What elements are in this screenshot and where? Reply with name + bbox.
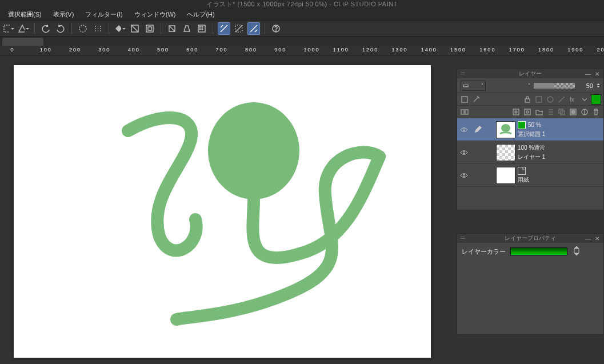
- dashed-circle-tool[interactable]: [77, 22, 89, 35]
- draft-icon[interactable]: [557, 94, 567, 105]
- snap-ruler-button[interactable]: [218, 22, 230, 35]
- palette-icon[interactable]: [459, 94, 470, 105]
- shape-select-tool[interactable]: [17, 22, 30, 35]
- layer-list: 50 %選択範囲 1100 %通常レイヤー 1用紙: [457, 118, 603, 187]
- svg-point-32: [463, 174, 465, 177]
- undo-button[interactable]: [39, 22, 52, 35]
- layer-row[interactable]: 用紙: [457, 164, 603, 187]
- separator: [34, 23, 35, 34]
- tone-tool[interactable]: [195, 22, 208, 35]
- help-button[interactable]: [270, 22, 282, 35]
- svg-point-7: [199, 26, 201, 27]
- ruler-label: 700: [216, 47, 228, 53]
- lock-alpha-icon[interactable]: [534, 94, 544, 105]
- svg-rect-20: [465, 110, 468, 114]
- ruler-label: 1600: [479, 47, 495, 53]
- right-dock: レイヤー — ✕ ▭˅ ˅ 50: [457, 56, 604, 364]
- fx-icon[interactable]: fx: [568, 94, 578, 105]
- ruler-label: 1800: [538, 47, 554, 53]
- chevron-down-icon[interactable]: [579, 94, 590, 105]
- document-tab[interactable]: [2, 38, 43, 46]
- opacity-slider[interactable]: [534, 83, 575, 89]
- transform-tool[interactable]: [166, 22, 178, 35]
- layer-row[interactable]: 100 %通常レイヤー 1: [457, 141, 603, 164]
- layer-opacity-label: 100 %通常: [518, 144, 545, 152]
- layer-opacity-label: 50 %: [528, 122, 541, 128]
- tool-bar: [0, 21, 604, 37]
- opacity-value[interactable]: 50: [578, 82, 593, 89]
- menu-select[interactable]: 選択範囲(S): [2, 9, 47, 20]
- layer-color-swatch[interactable]: [591, 94, 601, 105]
- ref-icon[interactable]: [545, 94, 555, 105]
- layer-color-row: レイヤーカラー: [457, 243, 603, 260]
- show-panels-icon[interactable]: [459, 107, 470, 117]
- menu-view[interactable]: 表示(V): [47, 9, 80, 20]
- canvas[interactable]: [14, 65, 431, 358]
- svg-rect-15: [525, 99, 530, 102]
- chevron-down-icon[interactable]: ˅: [528, 83, 530, 88]
- ruler-label: 100: [40, 47, 52, 53]
- paper-icon: [518, 167, 526, 175]
- layer-meta: 100 %通常レイヤー 1: [518, 144, 545, 161]
- layers-panel: レイヤー — ✕ ▭˅ ˅ 50: [457, 69, 604, 210]
- svg-rect-14: [462, 97, 467, 102]
- layer-thumbnail[interactable]: [496, 167, 515, 184]
- visibility-icon[interactable]: [457, 126, 471, 134]
- bucket-tool[interactable]: [114, 22, 126, 35]
- combine-layer-icon[interactable]: [557, 107, 567, 117]
- grip-icon: [461, 72, 465, 75]
- blend-mode-select[interactable]: ▭˅: [461, 81, 486, 91]
- horizontal-ruler: 0100200300400500600700800900100011001200…: [0, 46, 604, 56]
- perspective-tool[interactable]: [181, 22, 193, 35]
- layer-property-title[interactable]: レイヤープロパティ — ✕: [457, 234, 603, 243]
- delete-layer-icon[interactable]: [591, 107, 601, 117]
- new-vector-layer-icon[interactable]: [522, 107, 533, 117]
- separator: [265, 23, 265, 34]
- gradient-tool[interactable]: [129, 22, 141, 35]
- close-icon[interactable]: ✕: [593, 70, 601, 78]
- grip-icon[interactable]: [91, 22, 104, 35]
- visibility-icon[interactable]: [457, 171, 471, 179]
- merge-layer-icon[interactable]: [545, 107, 555, 117]
- apply-mask-icon[interactable]: [579, 107, 590, 117]
- layers-panel-title[interactable]: レイヤー — ✕: [457, 69, 603, 78]
- layer-color-label: レイヤーカラー: [462, 247, 506, 256]
- new-layer-icon[interactable]: [511, 107, 521, 117]
- layer-name: レイヤー 1: [518, 153, 545, 161]
- visibility-icon[interactable]: [457, 149, 471, 157]
- menu-help[interactable]: ヘルプ(H): [181, 9, 220, 20]
- ruler-label: 2000: [597, 47, 604, 53]
- lock-icon[interactable]: [522, 94, 533, 105]
- minimize-icon[interactable]: —: [584, 234, 592, 242]
- layer-name: 選択範囲 1: [518, 130, 545, 138]
- new-folder-icon[interactable]: [534, 107, 544, 117]
- svg-rect-19: [461, 110, 464, 114]
- mask-icon[interactable]: [568, 107, 578, 117]
- canvas-area: [0, 56, 457, 364]
- svg-point-10: [202, 29, 203, 30]
- layer-color-bar[interactable]: [510, 247, 567, 255]
- svg-point-1: [79, 25, 86, 32]
- svg-rect-22: [525, 109, 530, 115]
- layer-thumbnail[interactable]: [496, 144, 515, 161]
- wand-icon[interactable]: [471, 94, 481, 105]
- svg-point-8: [202, 26, 203, 27]
- svg-rect-16: [536, 97, 542, 102]
- opacity-spinner[interactable]: [597, 82, 600, 89]
- layer-thumbnail[interactable]: [496, 121, 515, 138]
- swap-color-icon[interactable]: [572, 246, 581, 257]
- marquee-tool[interactable]: [2, 22, 15, 35]
- menu-window[interactable]: ウィンドウ(W): [129, 9, 182, 20]
- layer-color-icon: [518, 121, 526, 129]
- snap-perspective-button[interactable]: [247, 22, 260, 35]
- ruler-label: 1000: [304, 47, 320, 53]
- menu-filter[interactable]: フィルター(I): [79, 9, 128, 20]
- minimize-icon[interactable]: —: [584, 70, 592, 78]
- svg-point-27: [571, 110, 575, 114]
- layer-row[interactable]: 50 %選択範囲 1: [457, 118, 603, 141]
- frame-tool[interactable]: [143, 22, 156, 35]
- snap-grid-button[interactable]: [233, 22, 245, 35]
- redo-button[interactable]: [54, 22, 67, 35]
- svg-text:fx: fx: [570, 97, 574, 103]
- close-icon[interactable]: ✕: [593, 234, 601, 242]
